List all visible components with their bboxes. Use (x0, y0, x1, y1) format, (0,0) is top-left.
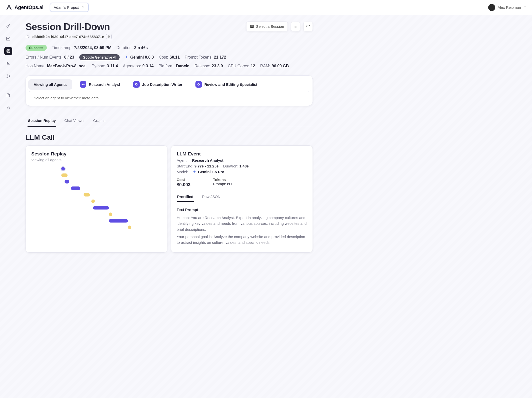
chevron-down-icon (81, 5, 85, 10)
svg-rect-1 (7, 50, 10, 53)
project-name: Adam's Project (54, 5, 79, 10)
brand-logo[interactable]: AgentOps.ai (6, 4, 44, 11)
section-title: LLM Call (26, 133, 313, 141)
gantt-bar[interactable] (109, 213, 112, 216)
svg-rect-12 (250, 27, 253, 28)
agentops-value: 0.3.14 (142, 64, 153, 68)
page-title: Session Drill-Down (26, 22, 241, 32)
prompt-line: Your personal goal is: Analyze the compa… (177, 234, 307, 246)
gantt-chart[interactable] (31, 167, 162, 237)
gantt-bar[interactable] (61, 173, 68, 177)
nav-sessions-icon[interactable] (4, 47, 12, 55)
sparkle-icon (192, 170, 196, 174)
sparkle-icon (125, 55, 129, 59)
cores-label: CPU Cores: (228, 64, 249, 68)
refresh-button[interactable] (303, 22, 313, 31)
gantt-bar[interactable] (93, 206, 109, 210)
gantt-bar[interactable] (61, 167, 65, 170)
select-session-label: Select a Session (256, 24, 284, 29)
svg-point-5 (9, 76, 10, 77)
gantt-bar[interactable] (65, 180, 69, 183)
python-value: 3.11.4 (107, 64, 118, 68)
event-cost-label: Cost (177, 177, 190, 182)
python-label: Python: (92, 64, 105, 68)
ram-label: RAM: (260, 64, 270, 68)
agents-tab-research[interactable]: Research Analyst (74, 78, 126, 91)
brand-name: AgentOps.ai (15, 5, 44, 10)
nav-file-icon[interactable] (4, 91, 12, 99)
id-label: ID: (26, 35, 30, 39)
gantt-bar[interactable] (109, 219, 128, 223)
release-label: Release: (194, 64, 210, 68)
cost-label: Cost: (159, 55, 168, 59)
avatar (488, 4, 495, 11)
agent-icon (133, 81, 140, 88)
tab-graphs[interactable]: Graphs (93, 116, 106, 127)
user-menu[interactable]: Alex Reibman (488, 4, 526, 11)
sub-tabs: Session Replay Chat Viewer Graphs (26, 116, 313, 127)
llm-event-panel: LLM Event Agent: Research Analyst Start/… (171, 145, 313, 253)
svg-rect-11 (250, 26, 253, 27)
svg-rect-10 (250, 25, 253, 26)
session-id: d3b86b2c-f930-4d17-aee7-674e6858371e (32, 35, 104, 39)
agents-tab-all[interactable]: Viewing all Agents (28, 79, 72, 90)
tab-chat-viewer[interactable]: Chat Viewer (64, 116, 85, 127)
status-badge: Success (26, 45, 47, 51)
event-tokens-label: Tokens (213, 177, 233, 182)
replay-title: Session Replay (31, 151, 162, 157)
collapse-button[interactable] (291, 22, 300, 31)
side-nav (0, 15, 17, 398)
agents-card: Viewing all Agents Research Analyst Job … (26, 75, 313, 106)
agents-tab-label: Job Description Writer (142, 82, 182, 87)
select-session-button[interactable]: Select a Session (246, 22, 288, 31)
nav-waterfall-icon[interactable] (4, 60, 12, 68)
svg-rect-14 (136, 84, 137, 85)
event-startend: 9.77s - 11.25s (194, 164, 219, 168)
platform-value: Darwin (176, 64, 189, 68)
nav-discord-icon[interactable] (4, 104, 12, 112)
event-dur: 1.48s (239, 164, 249, 168)
agents-tab-all-label: Viewing all Agents (34, 82, 67, 87)
event-model: Gemini 1.5 Pro (198, 170, 224, 174)
cost-value: $0.11 (170, 55, 180, 59)
copy-icon[interactable] (106, 34, 112, 39)
event-prompt-tokens-k: Prompt: (213, 182, 226, 186)
host-label: HostName: (26, 64, 46, 68)
event-model-label: Model: (177, 170, 188, 174)
nav-branch-icon[interactable] (4, 72, 12, 80)
tab-raw-json[interactable]: Raw JSON (201, 192, 221, 202)
event-agent: Research Analyst (192, 158, 223, 162)
list-icon (250, 25, 254, 29)
agent-icon (80, 81, 86, 88)
duration-value: 2m 46s (134, 46, 148, 50)
gantt-bar[interactable] (71, 186, 80, 190)
nav-key-icon[interactable] (4, 22, 12, 30)
event-prompt-tokens-v: 600 (227, 182, 233, 186)
provider-chip: Google Generative AI (79, 54, 120, 60)
agents-tab-writer[interactable]: Job Description Writer (128, 78, 188, 91)
gantt-bar[interactable] (84, 193, 90, 196)
nav-chart-icon[interactable] (4, 35, 12, 43)
tab-session-replay[interactable]: Session Replay (28, 116, 56, 127)
replay-subtitle: Viewing all agents (31, 158, 162, 162)
gantt-bar[interactable] (91, 200, 95, 203)
agentops-label: Agentops: (123, 64, 141, 68)
agents-tab-review[interactable]: Review and Editing Specialist (190, 78, 263, 91)
ram-value: 96.00 GB (272, 64, 289, 68)
svg-point-13 (82, 84, 84, 85)
event-agent-label: Agent: (177, 158, 187, 162)
agents-hint: Select an agent to view their meta data (27, 92, 311, 104)
tab-prettified[interactable]: Prettified (177, 192, 194, 202)
nav-divider (4, 86, 13, 86)
svg-point-0 (7, 26, 8, 27)
prompt-heading: Text Prompt (177, 208, 307, 212)
svg-point-2 (8, 50, 9, 52)
logo-icon (6, 4, 13, 11)
errors-value: 0 / 23 (64, 55, 74, 59)
project-select[interactable]: Adam's Project (50, 3, 89, 12)
event-title: LLM Event (177, 151, 307, 157)
gantt-bar[interactable] (128, 226, 131, 229)
event-startend-label: Start/End: (177, 164, 193, 168)
timestamp-label: Timestamp: (52, 46, 73, 50)
svg-point-7 (9, 108, 9, 108)
